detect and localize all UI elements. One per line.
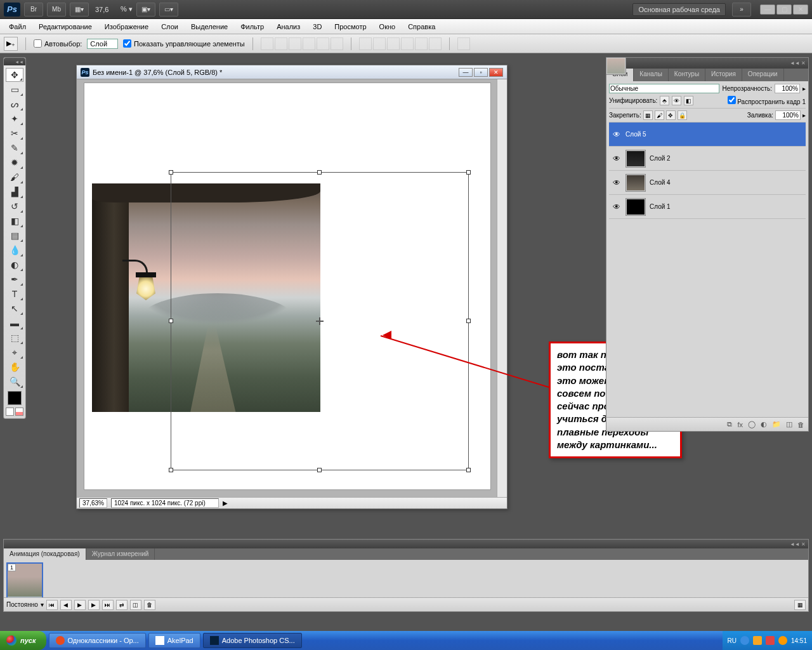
taskbar-item[interactable]: Adobe Photoshop CS...: [203, 633, 302, 648]
tab-channels[interactable]: Каналы: [634, 69, 669, 81]
fill-arrow-icon[interactable]: ▸: [802, 112, 806, 119]
distribute-6-icon[interactable]: [429, 37, 442, 50]
menu-layer[interactable]: Слои: [155, 21, 185, 32]
menu-view[interactable]: Просмотр: [328, 21, 372, 32]
move-tool-icon[interactable]: ✥: [6, 68, 23, 82]
transform-bounding-box[interactable]: [171, 172, 469, 470]
close-button[interactable]: ✕: [793, 4, 808, 15]
visibility-toggle-icon[interactable]: 👁: [612, 178, 622, 188]
play-icon[interactable]: ▶: [74, 600, 86, 610]
minibridge-button[interactable]: Mb: [47, 3, 66, 17]
auto-align-icon[interactable]: [457, 37, 470, 50]
eraser-tool-icon[interactable]: ◧: [6, 214, 23, 228]
lock-position-icon[interactable]: ✥: [666, 110, 676, 120]
fill-input[interactable]: 100%: [775, 110, 801, 120]
doc-info[interactable]: 1024 пикс. x 1024 пикс. (72 ppi): [111, 498, 219, 508]
lock-all-icon[interactable]: 🔒: [678, 110, 687, 120]
tab-paths[interactable]: Контуры: [669, 69, 705, 81]
blur-tool-icon[interactable]: 💧: [6, 243, 23, 257]
tools-panel-grip[interactable]: [4, 58, 25, 65]
layer-thumbnail[interactable]: [625, 198, 646, 216]
stamp-tool-icon[interactable]: ▟: [6, 185, 23, 199]
tween-icon[interactable]: ⇄: [116, 600, 128, 610]
doc-close-button[interactable]: ✕: [489, 68, 503, 77]
autoselect-checkbox[interactable]: Автовыбор:: [34, 39, 82, 48]
layer-name[interactable]: Слой 4: [650, 179, 671, 186]
bridge-button[interactable]: Br: [24, 3, 43, 17]
dodge-tool-icon[interactable]: ◐: [6, 258, 23, 272]
taskbar-item[interactable]: AkelPad: [148, 633, 200, 648]
transform-handle-bm[interactable]: [317, 468, 322, 472]
zoom-readout[interactable]: 37,63%: [79, 498, 107, 508]
delete-frame-icon[interactable]: 🗑: [144, 600, 155, 610]
history-brush-tool-icon[interactable]: ↺: [6, 199, 23, 213]
layer-row[interactable]: 👁 Слой 1: [609, 195, 806, 219]
pen-tool-icon[interactable]: ✒: [6, 272, 23, 286]
arrange-button[interactable]: ▣▾: [136, 3, 155, 17]
eyedropper-tool-icon[interactable]: ✎: [6, 141, 23, 155]
loop-select[interactable]: Постоянно: [6, 601, 38, 608]
link-layers-icon[interactable]: ⧉: [727, 420, 732, 428]
first-frame-icon[interactable]: ⏮: [46, 600, 58, 610]
align-hcenter-icon[interactable]: [317, 37, 329, 50]
hand-tool-icon[interactable]: ✋: [6, 360, 23, 374]
layer-name[interactable]: Слой 1: [650, 203, 671, 210]
quickmask-mode-icon[interactable]: [15, 408, 23, 416]
opacity-arrow-icon[interactable]: ▸: [802, 85, 806, 92]
visibility-toggle-icon[interactable]: 👁: [612, 154, 622, 164]
clock[interactable]: 14:51: [791, 637, 807, 644]
transform-handle-tr[interactable]: [466, 170, 471, 175]
menu-help[interactable]: Справка: [402, 21, 442, 32]
shape-tool-icon[interactable]: ▬: [6, 316, 23, 330]
zoom-value[interactable]: 37,6: [95, 6, 121, 13]
menu-filter[interactable]: Фильтр: [234, 21, 270, 32]
visibility-toggle-icon[interactable]: 👁: [612, 129, 622, 140]
layer-thumbnail[interactable]: [625, 174, 646, 192]
last-frame-icon[interactable]: ⏭: [102, 600, 114, 610]
lock-transparency-icon[interactable]: ▦: [643, 110, 653, 120]
vertical-scrollbar[interactable]: [497, 79, 507, 497]
align-bottom-icon[interactable]: [289, 37, 301, 50]
type-tool-icon[interactable]: T: [6, 287, 23, 301]
document-canvas[interactable]: [77, 79, 497, 497]
view-extras-button[interactable]: ▦▾: [70, 3, 89, 17]
menu-file[interactable]: Файл: [3, 21, 32, 32]
unify-visibility-icon[interactable]: 👁: [672, 96, 681, 105]
doc-minimize-button[interactable]: —: [459, 68, 473, 77]
propagate-checkbox[interactable]: Распространить кадр 1: [728, 96, 806, 105]
3d-camera-tool-icon[interactable]: ⌖: [6, 345, 23, 359]
blend-mode-select[interactable]: Обычные: [609, 84, 719, 93]
prev-frame-icon[interactable]: ◀: [60, 600, 72, 610]
transform-handle-tm[interactable]: [317, 170, 322, 175]
align-vcenter-icon[interactable]: [275, 37, 287, 50]
menu-window[interactable]: Окно: [373, 21, 402, 32]
distribute-4-icon[interactable]: [401, 37, 414, 50]
distribute-1-icon[interactable]: [359, 37, 372, 50]
brush-tool-icon[interactable]: 🖌: [6, 170, 23, 184]
gradient-tool-icon[interactable]: ▤: [6, 229, 23, 242]
menu-edit[interactable]: Редактирование: [32, 21, 98, 32]
distribute-2-icon[interactable]: [373, 37, 386, 50]
adjustment-layer-icon[interactable]: ◐: [761, 420, 767, 428]
quick-select-tool-icon[interactable]: ✦: [6, 112, 23, 126]
show-controls-checkbox[interactable]: Показать управляющие элементы: [123, 39, 245, 48]
taskbar-item[interactable]: Одноклассники - Op...: [49, 633, 146, 648]
autoselect-target-select[interactable]: Слой: [87, 39, 118, 49]
menu-3d[interactable]: 3D: [306, 21, 328, 32]
path-select-tool-icon[interactable]: ↖: [6, 302, 23, 315]
layer-row[interactable]: 👁 Слой 4: [609, 171, 806, 195]
3d-tool-icon[interactable]: ⬚: [6, 331, 23, 345]
anim-collapse-icon[interactable]: ◄◄ ✕: [790, 541, 806, 547]
layer-mask-icon[interactable]: ◯: [748, 420, 756, 428]
healing-tool-icon[interactable]: ✹: [6, 156, 23, 169]
zoom-tool-icon[interactable]: 🔍: [6, 375, 23, 388]
transform-handle-tl[interactable]: [169, 170, 173, 175]
lock-pixels-icon[interactable]: 🖌: [655, 110, 664, 120]
align-left-icon[interactable]: [303, 37, 315, 50]
delete-layer-icon[interactable]: 🗑: [797, 421, 804, 428]
layer-name[interactable]: Слой 2: [650, 155, 671, 162]
transform-center-icon[interactable]: [316, 317, 324, 325]
align-top-icon[interactable]: [261, 37, 273, 50]
next-frame-icon[interactable]: ▶: [88, 600, 100, 610]
more-workspaces-button[interactable]: »: [732, 3, 751, 17]
